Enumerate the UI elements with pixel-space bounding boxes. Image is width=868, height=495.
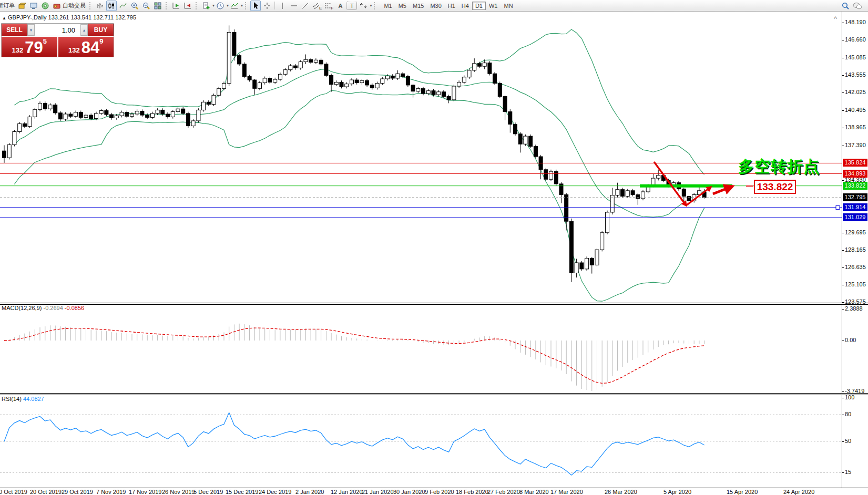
date-label[interactable]: 20 Oct 2019: [30, 489, 62, 495]
trading-terminal: { "toolbar": { "new_order": "新订单", "auto…: [0, 0, 868, 495]
date-label[interactable]: 30 Jan 2020: [393, 489, 425, 495]
price-tick-mark: [842, 180, 844, 181]
signal-icon[interactable]: [40, 1, 50, 11]
date-label[interactable]: 17 Mar 2020: [550, 489, 583, 495]
autotrade-icon[interactable]: [52, 1, 62, 11]
timeframe-d1[interactable]: D1: [472, 2, 486, 10]
periods-caret-icon[interactable]: ▾: [227, 3, 229, 8]
date-label[interactable]: 26 Nov 2019: [162, 489, 195, 495]
new-order-cube-icon[interactable]: [17, 1, 27, 11]
turning-point-annotation[interactable]: 多空转折点: [738, 156, 820, 178]
horizontal-line-icon[interactable]: [289, 1, 299, 11]
zoom-out-icon[interactable]: [141, 1, 151, 11]
buy-button[interactable]: BUY: [88, 24, 114, 36]
timeframe-m15[interactable]: M15: [410, 2, 427, 10]
cursor-icon[interactable]: [250, 1, 261, 11]
price-tick-label: 140.495: [845, 107, 866, 113]
fibonacci-icon[interactable]: F: [323, 1, 334, 11]
line-chart-icon[interactable]: [118, 1, 128, 11]
sell-price-display[interactable]: 132 79 5: [2, 37, 57, 57]
zoom-in-icon[interactable]: [129, 1, 140, 11]
date-label[interactable]: 29 Oct 2019: [62, 489, 93, 495]
indicators-caret-icon[interactable]: ▾: [241, 3, 243, 8]
macd-label: MACD(12,26,9) -0.2694 -0.0856: [2, 305, 84, 311]
terminals-icon[interactable]: [28, 1, 39, 11]
toolbar-grip: [196, 2, 198, 9]
symbol-info: ▲ GBPJPY-,Daily 133.261 133.541 132.711 …: [2, 14, 136, 20]
price-tick-mark: [842, 267, 844, 268]
date-label[interactable]: 2 Jan 2020: [295, 489, 324, 495]
arrows-caret-icon[interactable]: ▾: [370, 3, 372, 8]
timeframe-m30[interactable]: M30: [427, 2, 444, 10]
macd-tick-mark: [842, 341, 844, 341]
crosshair-icon[interactable]: [262, 1, 272, 11]
timeframe-h1[interactable]: H1: [445, 2, 458, 10]
date-label[interactable]: 18 Feb 2020: [456, 489, 488, 495]
templates-caret-icon[interactable]: ▾: [212, 3, 215, 8]
date-axis-line: [0, 488, 868, 488]
indicators-icon[interactable]: [229, 1, 240, 11]
candlestick-chart-icon[interactable]: [106, 1, 117, 11]
date-label[interactable]: 5 Apr 2020: [663, 489, 691, 495]
volume-value[interactable]: 1.00: [35, 24, 80, 36]
price-label-box[interactable]: 133.822: [754, 180, 796, 194]
auto-scroll-icon[interactable]: [171, 1, 181, 11]
date-label[interactable]: 15 Dec 2019: [226, 489, 258, 495]
tile-windows-icon[interactable]: [152, 1, 163, 11]
macd-signal-value: -0.0856: [65, 305, 84, 311]
macd-name: MACD(12,26,9): [2, 305, 42, 311]
equidistant-channel-icon[interactable]: E: [312, 1, 322, 11]
rsi-pane-separator[interactable]: [0, 393, 868, 395]
label-tool-icon[interactable]: T: [346, 2, 357, 10]
date-label[interactable]: 7 Nov 2019: [96, 489, 126, 495]
autotrade-label[interactable]: 自动交易: [63, 2, 86, 9]
date-label[interactable]: 10 Oct 2019: [0, 489, 27, 495]
toolbar: 新订单 自动交易 ▾ ▾ ▾: [0, 0, 868, 12]
chat-icon[interactable]: [852, 1, 863, 11]
price-tick-mark: [842, 128, 844, 128]
templates-icon[interactable]: [201, 1, 211, 11]
volume-up-button[interactable]: ▲: [80, 24, 88, 36]
date-label[interactable]: 24 Apr 2020: [783, 489, 814, 495]
date-label[interactable]: 27 Feb 2020: [487, 489, 520, 495]
rsi-tick-mark: [842, 441, 844, 442]
date-label[interactable]: 5 Dec 2019: [193, 489, 223, 495]
macd-pane-separator[interactable]: [0, 303, 868, 305]
volume-down-button[interactable]: ▼: [27, 24, 35, 36]
date-label[interactable]: 21 Jan 2020: [362, 489, 394, 495]
date-label[interactable]: 9 Feb 2020: [425, 489, 454, 495]
date-label[interactable]: 12 Jan 2020: [331, 489, 363, 495]
vertical-line-icon[interactable]: [277, 1, 288, 11]
price-tick-mark: [842, 92, 844, 93]
sell-button[interactable]: SELL: [2, 24, 27, 36]
timeframe-w1[interactable]: W1: [486, 2, 501, 10]
macd-tick-mark: [842, 309, 844, 310]
text-tool-icon[interactable]: A: [335, 1, 345, 11]
collapse-marker-icon[interactable]: ▲: [2, 16, 6, 20]
macd-main-value: -0.2694: [43, 305, 63, 311]
date-label[interactable]: 24 Dec 2019: [259, 489, 291, 495]
price-tick-mark: [842, 285, 844, 285]
timeframe-m1[interactable]: M1: [381, 2, 395, 10]
new-order-button[interactable]: 新订单: [0, 2, 15, 9]
arrows-tool-icon[interactable]: [358, 1, 369, 11]
date-label[interactable]: 17 Nov 2019: [129, 489, 161, 495]
date-label[interactable]: 26 Mar 2020: [605, 489, 637, 495]
bar-chart-icon[interactable]: [95, 1, 105, 11]
toolbar-separator: [274, 2, 275, 9]
timeframe-m5[interactable]: M5: [395, 2, 410, 10]
macd-tick-label: 2.3888: [845, 305, 863, 312]
date-label[interactable]: 15 Apr 2020: [727, 489, 758, 495]
macd-tick-mark: [842, 391, 844, 392]
date-label[interactable]: 8 Mar 2020: [519, 489, 549, 495]
search-icon[interactable]: [840, 1, 851, 11]
periods-clock-icon[interactable]: [215, 1, 226, 11]
buy-price-display[interactable]: 132 84 9: [58, 37, 114, 57]
rsi-tick-label: 50: [845, 438, 851, 444]
price-tick-label: 146.660: [845, 36, 866, 43]
chart-shift-icon[interactable]: [182, 1, 193, 11]
timeframe-h4[interactable]: H4: [458, 2, 472, 10]
price-tick-label: 148.190: [845, 19, 866, 25]
timeframe-mn[interactable]: MN: [501, 2, 516, 10]
trendline-icon[interactable]: [300, 1, 311, 11]
